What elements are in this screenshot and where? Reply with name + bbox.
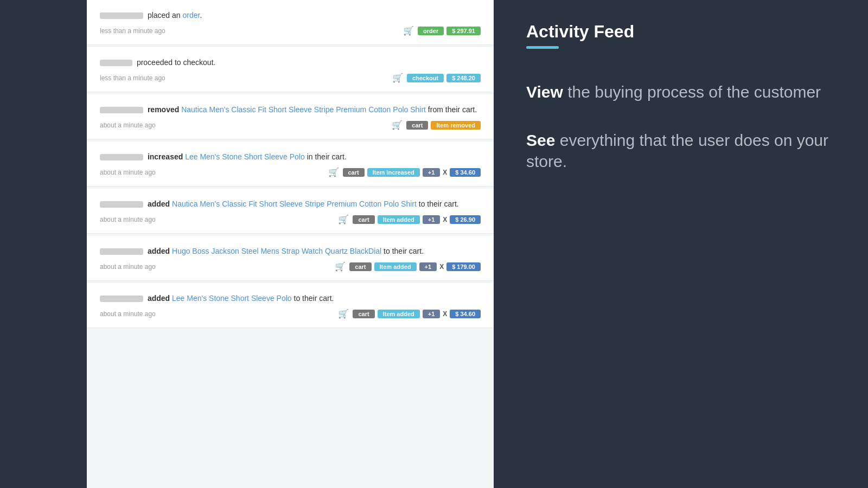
badge-cart: cart (349, 262, 371, 271)
badge-group: 🛒 cart Item removed (392, 120, 481, 130)
badge-plus-qty: +1 (419, 262, 437, 271)
promo-see-bold: See (526, 131, 555, 149)
product-link[interactable]: Lee Men's Stone Short Sleeve Polo (172, 294, 292, 303)
card-meta: about a minute ago 🛒 cart Item removed (100, 120, 481, 130)
user-avatar-placeholder (100, 296, 143, 302)
badge-item-added: Item added (378, 215, 420, 224)
card-meta: less than a minute ago 🛒 checkout $ 248.… (100, 73, 481, 83)
feed-card-removed: removed Nautica Men's Classic Fit Short … (87, 94, 494, 139)
activity-feed-list: placed an order. less than a minute ago … (87, 0, 494, 488)
user-avatar-placeholder (100, 60, 132, 66)
badge-item-added: Item added (374, 262, 417, 271)
card-text: placed an order. (100, 10, 481, 21)
timestamp: about a minute ago (100, 216, 156, 223)
badge-price: $ 179.00 (446, 262, 481, 271)
badge-group: 🛒 cart Item increased +1 X $ 34.60 (328, 167, 481, 177)
badge-price: $ 34.60 (450, 168, 481, 177)
badge-plus-qty: +1 (423, 310, 441, 318)
user-avatar-placeholder (100, 248, 143, 255)
badge-price: $ 297.91 (446, 27, 481, 35)
feed-card-increased: increased Lee Men's Stone Short Sleeve P… (87, 142, 494, 187)
user-avatar-placeholder (100, 12, 143, 19)
order-link[interactable]: order (183, 11, 200, 20)
card-text: removed Nautica Men's Classic Fit Short … (100, 104, 481, 115)
promo-see-section: See everything that the user does on you… (526, 130, 835, 172)
promo-view-section: View the buying process of the customer (526, 81, 835, 102)
badge-item-increased: Item increased (367, 168, 420, 177)
timestamp: less than a minute ago (100, 27, 165, 35)
action-label: added (148, 294, 170, 303)
cart-icon: 🛒 (328, 167, 339, 177)
cart-icon: 🛒 (335, 261, 346, 272)
cart-icon: 🛒 (338, 214, 349, 224)
feed-card-added-watch: added Hugo Boss Jackson Steel Mens Strap… (87, 236, 494, 281)
feed-card-order: placed an order. less than a minute ago … (87, 0, 494, 45)
badge-checkout: checkout (407, 74, 444, 82)
user-avatar-placeholder (100, 201, 143, 208)
cart-icon: 🛒 (338, 309, 349, 319)
badge-cart: cart (343, 168, 365, 177)
badge-item-removed: Item removed (431, 121, 481, 130)
card-text: added Nautica Men's Classic Fit Short Sl… (100, 198, 481, 210)
timestamp: about a minute ago (100, 310, 156, 318)
product-link[interactable]: Nautica Men's Classic Fit Short Sleeve S… (181, 105, 426, 114)
timestamp: about a minute ago (100, 169, 156, 176)
left-spacer (0, 0, 87, 488)
timestamp: about a minute ago (100, 121, 156, 129)
product-link[interactable]: Nautica Men's Classic Fit Short Sleeve S… (172, 200, 417, 208)
card-meta: about a minute ago 🛒 cart Item added +1 … (100, 309, 481, 319)
cart-icon: 🛒 (392, 120, 403, 130)
action-label: removed (148, 105, 179, 114)
badge-group: 🛒 order $ 297.91 (403, 25, 481, 36)
card-meta: about a minute ago 🛒 cart Item added +1 … (100, 261, 481, 272)
badge-plus-qty: +1 (423, 168, 441, 177)
badge-group: 🛒 cart Item added +1 X $ 34.60 (338, 309, 481, 319)
x-separator: X (443, 310, 447, 318)
user-avatar-placeholder (100, 107, 143, 113)
promo-see-text: See everything that the user does on you… (526, 130, 835, 172)
badge-plus-qty: +1 (423, 215, 441, 224)
timestamp: less than a minute ago (100, 74, 165, 82)
product-link[interactable]: Lee Men's Stone Short Sleeve Polo (185, 152, 305, 161)
action-label: added (148, 200, 170, 208)
badge-cart: cart (353, 215, 374, 224)
cart-icon: 🛒 (392, 73, 403, 83)
card-text: increased Lee Men's Stone Short Sleeve P… (100, 151, 481, 163)
badge-item-added: Item added (378, 310, 420, 318)
x-separator: X (443, 216, 447, 223)
card-meta: about a minute ago 🛒 cart Item increased… (100, 167, 481, 177)
right-panel: Activity Feed View the buying process of… (494, 0, 868, 488)
timestamp: about a minute ago (100, 263, 156, 271)
badge-group: 🛒 checkout $ 248.20 (392, 73, 481, 83)
badge-price: $ 26.90 (450, 215, 481, 224)
x-separator: X (443, 169, 447, 176)
feed-card-checkout: proceeded to checkout. less than a minut… (87, 47, 494, 92)
card-meta: about a minute ago 🛒 cart Item added +1 … (100, 214, 481, 224)
badge-price: $ 248.20 (446, 74, 481, 82)
cart-icon: 🛒 (403, 25, 414, 36)
feed-card-added-polo: added Nautica Men's Classic Fit Short Sl… (87, 189, 494, 234)
badge-cart: cart (406, 121, 428, 130)
panel-title: Activity Feed (526, 22, 835, 42)
action-label: added (148, 247, 170, 255)
action-label: increased (148, 152, 183, 161)
promo-view-bold: View (526, 83, 563, 101)
feed-card-added-lee: added Lee Men's Stone Short Sleeve Polo … (87, 283, 494, 328)
user-avatar-placeholder (100, 154, 143, 160)
x-separator: X (439, 263, 444, 271)
product-link[interactable]: Hugo Boss Jackson Steel Mens Strap Watch… (172, 247, 381, 255)
promo-view-text: View the buying process of the customer (526, 81, 835, 102)
badge-price: $ 34.60 (450, 310, 481, 318)
badge-group: 🛒 cart Item added +1 X $ 179.00 (335, 261, 481, 272)
card-text: added Lee Men's Stone Short Sleeve Polo … (100, 293, 481, 304)
badge-cart: cart (353, 310, 374, 318)
card-text: added Hugo Boss Jackson Steel Mens Strap… (100, 246, 481, 257)
card-text: proceeded to checkout. (100, 57, 481, 68)
badge-group: 🛒 cart Item added +1 X $ 26.90 (338, 214, 481, 224)
badge-order: order (418, 27, 444, 35)
title-accent-bar (526, 46, 559, 49)
card-meta: less than a minute ago 🛒 order $ 297.91 (100, 25, 481, 36)
